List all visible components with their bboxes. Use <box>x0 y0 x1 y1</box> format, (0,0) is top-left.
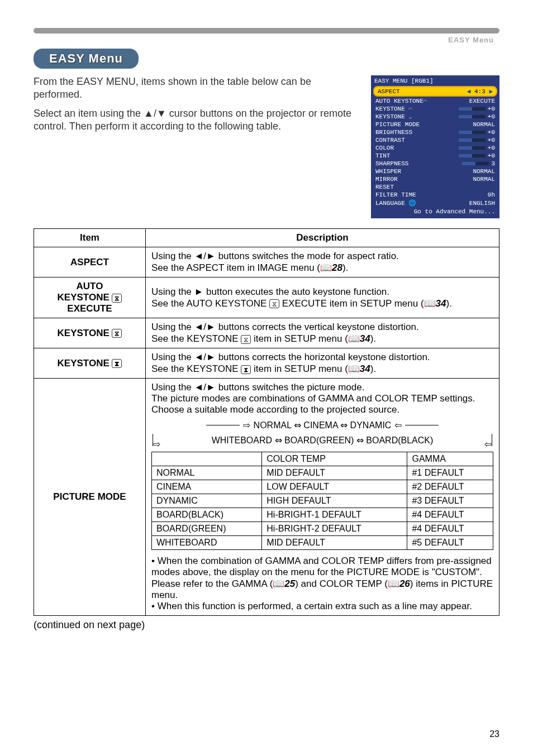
item-desc-picture-mode: Using the ◄/► buttons switches the pictu… <box>146 379 499 616</box>
screenshot-row: PICTURE MODENORMAL <box>372 121 498 128</box>
picture-mode-inner-table: COLOR TEMP GAMMA NORMALMID DEFAULT#1 DEF… <box>151 452 493 550</box>
globe-icon: 🌐 <box>408 200 416 207</box>
table-row-aspect: ASPECT Using the ◄/► buttons switches th… <box>34 247 499 277</box>
top-divider <box>34 28 499 34</box>
picture-mode-note-1: • When the combination of GAMMA and COLO… <box>151 556 493 601</box>
screenshot-row: COLOR+0 <box>372 144 498 152</box>
item-name-keystone-v: KEYSTONE ⧖ <box>34 318 146 348</box>
inner-table-row: CINEMALOW DEFAULT#2 DEFAULT <box>152 480 493 494</box>
screenshot-row: BRIGHTNESS+0 <box>372 128 498 136</box>
settings-table: Item Description ASPECT Using the ◄/► bu… <box>34 228 499 616</box>
screenshot-row: KEYSTONE ⌄+0 <box>372 113 498 121</box>
screenshot-aspect-label: ASPECT <box>378 88 400 95</box>
slider-bar-icon <box>459 107 486 111</box>
trapezoid-v-icon: ⧖ <box>112 329 122 338</box>
intro-paragraph-2: Select an item using the ▲/▼ cursor butt… <box>34 107 360 133</box>
header-item: Item <box>34 229 146 247</box>
item-name-aspect: ASPECT <box>34 247 146 277</box>
diagram-arrow-icon: ⇨ <box>243 420 250 430</box>
screenshot-row: FILTER TIME0h <box>372 191 498 199</box>
item-desc-keystone-h: Using the ◄/► buttons corrects the horiz… <box>146 348 499 379</box>
item-desc-auto-keystone: Using the ► button executes the auto key… <box>146 277 499 318</box>
picture-mode-diagram: ⇨ NORMAL ⇔ CINEMA ⇔ DYNAMIC ⇦ ⇨ WHITEBOA… <box>153 420 492 446</box>
item-name-auto-keystone: AUTO KEYSTONE ⧖ EXECUTE <box>34 277 146 318</box>
book-icon: 📖 <box>348 363 360 374</box>
trapezoid-v-icon: ⧖ <box>269 299 279 308</box>
item-name-keystone-h: KEYSTONE ⧗ <box>34 348 146 379</box>
screenshot-row: CONTRAST+0 <box>372 136 498 144</box>
table-header-row: Item Description <box>34 229 499 247</box>
screenshot-aspect-value: 4:3 <box>474 88 486 95</box>
diagram-hook-icon: ⇨ <box>153 434 160 446</box>
easy-menu-screenshot: EASY MENU [RGB1] ASPECT ◀ 4:3 ▶ AUTO KEY… <box>371 75 499 218</box>
page-title: EASY Menu <box>34 49 139 69</box>
book-icon: 📖 <box>320 262 332 273</box>
book-icon: 📖 <box>348 333 360 344</box>
keystone-v-icon: ⌒ <box>408 106 412 112</box>
inner-table-row: BOARD(BLACK)Hi-BRIGHT-1 DEFAULT#4 DEFAUL… <box>152 508 493 522</box>
inner-table-row: BOARD(GREEN)Hi-BRIGHT-2 DEFAULT#4 DEFAUL… <box>152 522 493 536</box>
keystone-v-icon: ⌒ <box>423 98 427 104</box>
screenshot-footer: Go to Advanced Menu... <box>372 207 498 217</box>
item-desc-aspect: Using the ◄/► buttons switches the mode … <box>146 247 499 277</box>
item-desc-keystone-v: Using the ◄/► buttons corrects the verti… <box>146 318 499 348</box>
screenshot-row: RESET <box>372 183 498 191</box>
intro-paragraph-1: From the EASY MENU, items shown in the t… <box>34 75 360 102</box>
screenshot-row: TINT+0 <box>372 152 498 160</box>
breadcrumb: EASY Menu <box>34 36 499 44</box>
book-icon: 📖 <box>424 298 436 309</box>
table-row-picture-mode: PICTURE MODE Using the ◄/► buttons switc… <box>34 379 499 616</box>
trapezoid-h-icon: ⧗ <box>112 359 122 368</box>
book-icon: 📖 <box>388 578 399 589</box>
keystone-h-icon: ⌄ <box>408 114 412 120</box>
table-row-keystone-h: KEYSTONE ⧗ Using the ◄/► buttons correct… <box>34 348 499 379</box>
inner-table-row: WHITEBOARDMID DEFAULT#5 DEFAULT <box>152 536 493 550</box>
screenshot-row: LANGUAGE 🌐ENGLISH <box>372 199 498 207</box>
slider-bar-icon <box>459 154 486 157</box>
trapezoid-v-icon: ⧖ <box>112 294 122 303</box>
diagram-line-icon <box>206 425 240 425</box>
screenshot-row: WHISPERNORMAL <box>372 168 498 175</box>
continued-label: (continued on next page) <box>34 619 499 631</box>
screenshot-row: KEYSTONE ⌒+0 <box>372 105 498 113</box>
diagram-line-icon <box>405 425 439 425</box>
screenshot-row: AUTO KEYSTONE⌒EXECUTE <box>372 97 498 105</box>
slider-bar-icon <box>462 162 489 165</box>
table-row-auto-keystone: AUTO KEYSTONE ⧖ EXECUTE Using the ► butt… <box>34 277 499 318</box>
diagram-arrow-icon: ⇦ <box>394 420 402 430</box>
right-arrow-icon: ▶ <box>489 88 493 95</box>
trapezoid-h-icon: ⧗ <box>241 365 251 374</box>
screenshot-row: MIRRORNORMAL <box>372 175 498 183</box>
table-row-keystone-v: KEYSTONE ⧖ Using the ◄/► buttons correct… <box>34 318 499 348</box>
screenshot-row-aspect: ASPECT ◀ 4:3 ▶ <box>373 86 497 97</box>
inner-table-row: DYNAMICHIGH DEFAULT#3 DEFAULT <box>152 494 493 508</box>
diagram-hook-icon: ⇦ <box>484 434 492 446</box>
page-number: 23 <box>489 729 499 739</box>
slider-bar-icon <box>459 131 486 134</box>
screenshot-title: EASY MENU [RGB1] <box>372 76 498 85</box>
header-description: Description <box>146 229 499 247</box>
slider-bar-icon <box>459 146 486 150</box>
left-arrow-icon: ◀ <box>467 88 471 95</box>
intro-text: From the EASY MENU, items shown in the t… <box>34 75 360 218</box>
book-icon: 📖 <box>273 578 284 589</box>
screenshot-row: SHARPNESS3 <box>372 160 498 168</box>
inner-table-header: COLOR TEMP GAMMA <box>152 452 493 466</box>
inner-table-row: NORMALMID DEFAULT#1 DEFAULT <box>152 466 493 480</box>
item-name-picture-mode: PICTURE MODE <box>34 379 146 616</box>
slider-bar-icon <box>459 115 486 118</box>
trapezoid-v-icon: ⧖ <box>241 335 251 344</box>
slider-bar-icon <box>459 138 486 142</box>
picture-mode-note-2: • When this function is performed, a cer… <box>151 601 493 612</box>
